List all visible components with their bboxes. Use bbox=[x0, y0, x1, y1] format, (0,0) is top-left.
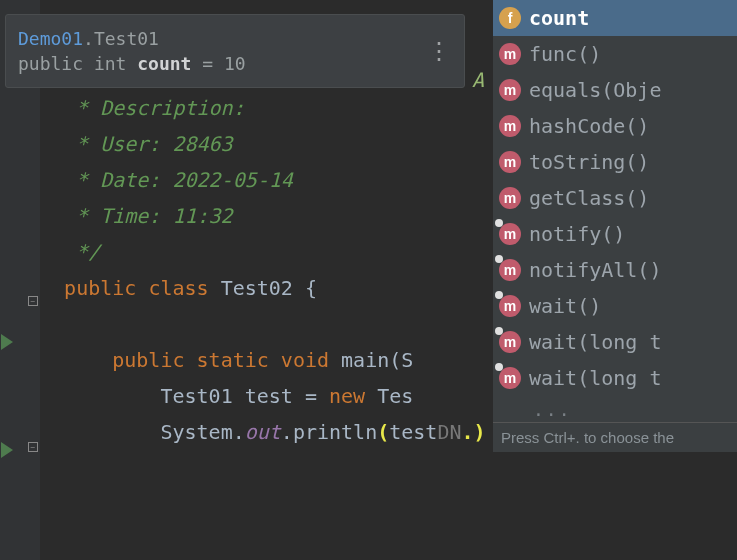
method-icon: m bbox=[499, 295, 521, 317]
method-icon: m bbox=[499, 79, 521, 101]
completion-item[interactable]: mhashCode() bbox=[493, 108, 737, 144]
completion-item-label: func() bbox=[529, 42, 601, 66]
completion-item-label: notify() bbox=[529, 222, 625, 246]
completion-more-row[interactable]: ... bbox=[493, 396, 737, 422]
method-icon: m bbox=[499, 115, 521, 137]
fold-toggle-icon[interactable]: − bbox=[28, 442, 38, 452]
method-icon: m bbox=[499, 43, 521, 65]
completion-item[interactable]: mtoString() bbox=[493, 144, 737, 180]
completion-item-label: hashCode() bbox=[529, 114, 649, 138]
partial-comment-text: A bbox=[472, 68, 484, 92]
method-icon: m bbox=[499, 331, 521, 353]
method-icon: m bbox=[499, 187, 521, 209]
quick-doc-signature: public int count = 10 bbox=[18, 53, 246, 74]
completion-item[interactable]: mwait(long t bbox=[493, 360, 737, 396]
completion-item[interactable]: mwait(long t bbox=[493, 324, 737, 360]
quick-doc-reference: Demo01.Test01 bbox=[18, 28, 246, 49]
code-completion-popup[interactable]: fcountmfunc()mequals(ObjemhashCode()mtoS… bbox=[492, 0, 737, 452]
completion-item[interactable]: mfunc() bbox=[493, 36, 737, 72]
completion-item[interactable]: mequals(Obje bbox=[493, 72, 737, 108]
completion-item-label: equals(Obje bbox=[529, 78, 661, 102]
completion-item[interactable]: mgetClass() bbox=[493, 180, 737, 216]
run-marker-icon[interactable] bbox=[1, 442, 13, 458]
completion-item[interactable]: mwait() bbox=[493, 288, 737, 324]
quick-doc-more-icon[interactable]: ⋮ bbox=[427, 37, 452, 65]
completion-item-label: wait(long t bbox=[529, 366, 661, 390]
field-icon: f bbox=[499, 7, 521, 29]
completion-item-label: count bbox=[529, 6, 589, 30]
completion-item[interactable]: mnotify() bbox=[493, 216, 737, 252]
fold-toggle-icon[interactable]: − bbox=[28, 296, 38, 306]
completion-hint: Press Ctrl+. to choose the bbox=[493, 422, 737, 452]
completion-item-label: toString() bbox=[529, 150, 649, 174]
completion-item[interactable]: fcount bbox=[493, 0, 737, 36]
method-icon: m bbox=[499, 367, 521, 389]
completion-item-label: notifyAll() bbox=[529, 258, 661, 282]
completion-item-label: wait() bbox=[529, 294, 601, 318]
method-icon: m bbox=[499, 151, 521, 173]
method-icon: m bbox=[499, 259, 521, 281]
completion-item-label: getClass() bbox=[529, 186, 649, 210]
completion-item-label: wait(long t bbox=[529, 330, 661, 354]
run-marker-icon[interactable] bbox=[1, 334, 13, 350]
quick-doc-popup: Demo01.Test01 public int count = 10 ⋮ bbox=[5, 14, 465, 88]
method-icon: m bbox=[499, 223, 521, 245]
completion-item[interactable]: mnotifyAll() bbox=[493, 252, 737, 288]
